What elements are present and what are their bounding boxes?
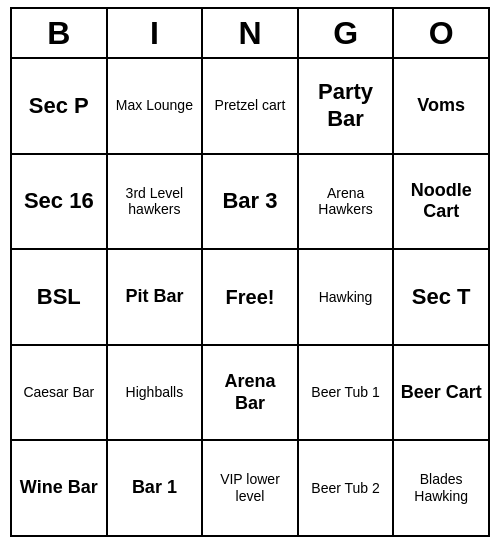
bingo-row-1: Sec 163rd Level hawkersBar 3Arena Hawker… [12, 155, 488, 251]
bingo-cell-4-4: Blades Hawking [394, 441, 488, 535]
header-letter-I: I [108, 9, 204, 57]
bingo-cell-4-3: Beer Tub 2 [299, 441, 395, 535]
bingo-cell-3-1: Highballs [108, 346, 204, 440]
bingo-row-4: Wine BarBar 1VIP lower levelBeer Tub 2Bl… [12, 441, 488, 535]
bingo-cell-0-2: Pretzel cart [203, 59, 299, 153]
bingo-row-3: Caesar BarHighballsArena BarBeer Tub 1Be… [12, 346, 488, 442]
bingo-cell-4-1: Bar 1 [108, 441, 204, 535]
bingo-cell-1-3: Arena Hawkers [299, 155, 395, 249]
bingo-cell-1-1: 3rd Level hawkers [108, 155, 204, 249]
header-letter-G: G [299, 9, 395, 57]
bingo-cell-2-4: Sec T [394, 250, 488, 344]
bingo-cell-3-3: Beer Tub 1 [299, 346, 395, 440]
bingo-cell-2-2: Free! [203, 250, 299, 344]
bingo-cell-0-3: Party Bar [299, 59, 395, 153]
bingo-cell-1-0: Sec 16 [12, 155, 108, 249]
bingo-cell-4-2: VIP lower level [203, 441, 299, 535]
bingo-cell-2-1: Pit Bar [108, 250, 204, 344]
bingo-cell-0-1: Max Lounge [108, 59, 204, 153]
bingo-cell-0-4: Voms [394, 59, 488, 153]
header-letter-N: N [203, 9, 299, 57]
bingo-card: BINGO Sec PMax LoungePretzel cartParty B… [10, 7, 490, 537]
bingo-cell-1-4: Noodle Cart [394, 155, 488, 249]
bingo-row-2: BSLPit BarFree!HawkingSec T [12, 250, 488, 346]
header-letter-O: O [394, 9, 488, 57]
bingo-cell-3-2: Arena Bar [203, 346, 299, 440]
bingo-cell-0-0: Sec P [12, 59, 108, 153]
bingo-grid: Sec PMax LoungePretzel cartParty BarVoms… [12, 59, 488, 535]
bingo-cell-3-0: Caesar Bar [12, 346, 108, 440]
bingo-row-0: Sec PMax LoungePretzel cartParty BarVoms [12, 59, 488, 155]
bingo-cell-1-2: Bar 3 [203, 155, 299, 249]
header-letter-B: B [12, 9, 108, 57]
bingo-cell-2-3: Hawking [299, 250, 395, 344]
bingo-cell-2-0: BSL [12, 250, 108, 344]
bingo-cell-3-4: Beer Cart [394, 346, 488, 440]
bingo-cell-4-0: Wine Bar [12, 441, 108, 535]
bingo-header: BINGO [12, 9, 488, 59]
